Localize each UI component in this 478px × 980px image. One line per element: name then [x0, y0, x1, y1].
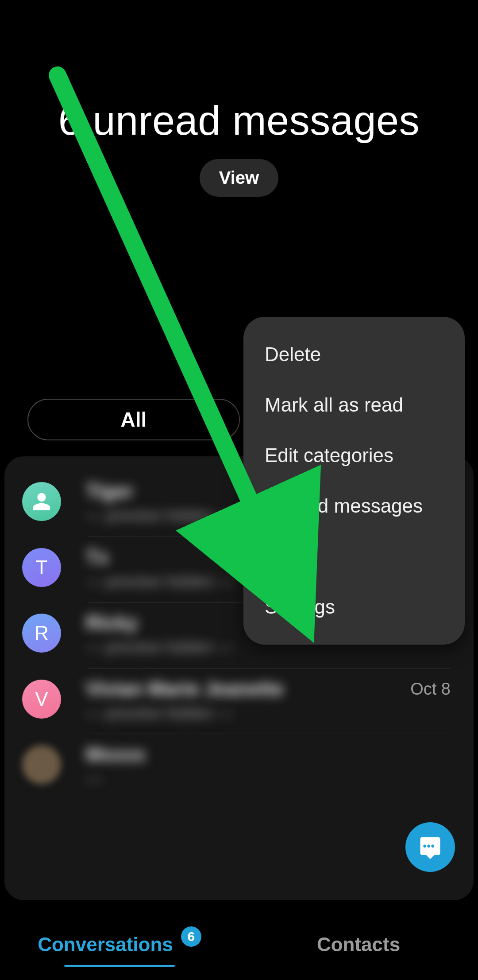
- filter-all-pill[interactable]: All: [27, 399, 240, 440]
- menu-settings[interactable]: Settings: [243, 582, 465, 632]
- tab-conversations-label: Conversations: [38, 933, 173, 956]
- menu-mark-all-read[interactable]: Mark all as read: [243, 380, 465, 430]
- tab-contacts[interactable]: Contacts: [239, 909, 478, 980]
- tab-contacts-label: Contacts: [317, 933, 400, 956]
- avatar: T: [22, 548, 61, 587]
- avatar: V: [22, 680, 61, 719]
- conversation-preview: — preview hidden —: [86, 703, 405, 724]
- compose-fab[interactable]: [405, 822, 455, 872]
- list-item-body: Vivian Marie Jeanette — preview hidden —: [86, 678, 451, 724]
- avatar: [22, 482, 61, 521]
- tab-conversations[interactable]: Conversations 6: [0, 909, 239, 980]
- conversation-name: Vivian Marie Jeanette: [86, 678, 451, 700]
- conversation-name: Mxxxx: [86, 743, 451, 766]
- conversation-preview: —: [86, 768, 405, 790]
- avatar: [22, 745, 61, 784]
- conversation-date: Oct 8: [410, 680, 451, 699]
- list-item-body: Mxxxx —: [86, 743, 451, 790]
- list-item[interactable]: V Vivian Marie Jeanette — preview hidden…: [4, 668, 474, 734]
- chat-icon: [418, 835, 442, 859]
- view-button[interactable]: View: [200, 159, 278, 197]
- menu-delete[interactable]: Delete: [243, 329, 465, 380]
- menu-starred-messages[interactable]: Starred messages: [243, 481, 465, 531]
- overflow-menu: Delete Mark all as read Edit categories …: [243, 317, 465, 645]
- avatar: R: [22, 614, 61, 653]
- unread-badge: 6: [181, 926, 201, 947]
- menu-trash[interactable]: Trash: [243, 531, 465, 582]
- header-area: 6 unread messages View: [0, 0, 478, 197]
- page-title: 6 unread messages: [0, 97, 478, 144]
- list-item[interactable]: Mxxxx —: [4, 734, 474, 800]
- person-icon: [31, 491, 52, 512]
- menu-edit-categories[interactable]: Edit categories: [243, 430, 465, 481]
- bottom-nav: Conversations 6 Contacts: [0, 909, 478, 980]
